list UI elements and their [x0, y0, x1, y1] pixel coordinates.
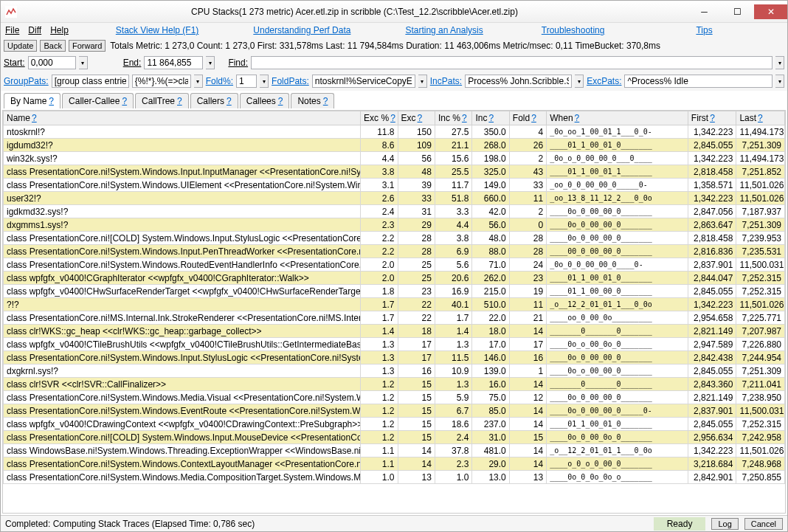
cell-incp[interactable]: 1.0 — [435, 471, 471, 484]
cell-exc[interactable]: 15 — [398, 391, 435, 404]
link-understanding-perf[interactable]: Understanding Perf Data — [253, 25, 350, 35]
cell-name[interactable]: igdkmd32.sys!? — [4, 205, 361, 218]
cell-when[interactable]: ____01_1_00_00_0_______ — [547, 285, 688, 298]
table-row[interactable]: class PresentationCore.ni!System.Windows… — [4, 165, 785, 179]
start-dropdown-icon[interactable]: ▾ — [79, 56, 88, 69]
cell-inc[interactable]: 325.0 — [472, 165, 509, 179]
cell-first[interactable]: 1,342.223 — [688, 298, 736, 311]
cell-incp[interactable]: 37.8 — [435, 444, 471, 457]
cell-excp[interactable]: 1.2 — [361, 418, 398, 431]
cell-exc[interactable]: 28 — [398, 232, 435, 245]
table-row[interactable]: class clr!SVR <<clr!SVR::CallFinalizer>>… — [4, 378, 785, 391]
cell-name[interactable]: class wpfgfx_v0400!CDrawingContext <<wpf… — [4, 418, 361, 431]
cell-inc[interactable]: 75.0 — [472, 391, 509, 404]
table-row[interactable]: win32k.sys!?4.45615.6198.02_0o_o_0_00_00… — [4, 152, 785, 165]
cell-fold[interactable]: 21 — [509, 311, 546, 325]
cell-last[interactable]: 7,187.937 — [736, 205, 785, 218]
cell-inc[interactable]: 22.0 — [472, 311, 509, 325]
cell-fold[interactable]: 43 — [509, 165, 546, 179]
cell-excp[interactable]: 2.4 — [361, 205, 398, 218]
cell-incp[interactable]: 1.4 — [435, 325, 471, 338]
cell-when[interactable]: ____0o_0_00_00_0_______ — [547, 232, 688, 245]
incpats-input[interactable] — [465, 75, 572, 88]
cell-incp[interactable]: 6.9 — [435, 245, 471, 258]
link-troubleshooting[interactable]: Troubleshooting — [542, 25, 605, 35]
cell-exc[interactable]: 150 — [398, 125, 435, 139]
table-row[interactable]: igdkmd32.sys!?2.4313.342.02____0o_0_00_0… — [4, 205, 785, 218]
cell-excp[interactable]: 2.2 — [361, 232, 398, 245]
cell-inc[interactable]: 16.0 — [472, 378, 509, 391]
cell-excp[interactable]: 3.1 — [361, 179, 398, 192]
col-header[interactable]: First? — [688, 111, 736, 125]
grouppats-label[interactable]: GroupPats: — [4, 76, 49, 86]
table-row[interactable]: class wpfgfx_v0400!CGraphIterator <<wpfg… — [4, 272, 785, 285]
tab-callers[interactable]: Callers? — [190, 93, 238, 108]
cell-inc[interactable]: 48.0 — [472, 232, 509, 245]
cell-incp[interactable]: 2.4 — [435, 431, 471, 444]
cell-last[interactable]: 11,501.026 — [736, 444, 785, 457]
cell-name[interactable]: class PresentationCore.ni!System.Windows… — [4, 351, 361, 365]
cell-first[interactable]: 2,863.647 — [688, 218, 736, 232]
cell-exc[interactable]: 15 — [398, 404, 435, 418]
cell-excp[interactable]: 8.6 — [361, 139, 398, 152]
cell-first[interactable]: 2,847.056 — [688, 205, 736, 218]
cell-name[interactable]: class PresentationCore.ni!System.Windows… — [4, 457, 361, 471]
minimize-button[interactable]: ─ — [688, 4, 721, 19]
table-row[interactable]: class wpfgfx_v0400!CDrawingContext <<wpf… — [4, 418, 785, 431]
tab-notes[interactable]: Notes? — [291, 93, 334, 108]
cell-when[interactable]: ____0o_o_00_00_0_______ — [547, 365, 688, 378]
cell-inc[interactable]: 262.0 — [472, 272, 509, 285]
cell-exc[interactable]: 22 — [398, 298, 435, 311]
cell-first[interactable]: 2,816.836 — [688, 245, 736, 258]
cell-last[interactable]: 7,235.531 — [736, 245, 785, 258]
table-row[interactable]: class WindowsBase.ni!System.Windows.Thre… — [4, 444, 785, 457]
cell-last[interactable]: 11,501.026 — [736, 298, 785, 311]
table-row[interactable]: class PresentationCore.ni!System.Windows… — [4, 245, 785, 258]
cell-first[interactable]: 2,956.634 — [688, 431, 736, 444]
find-input[interactable] — [251, 56, 773, 69]
cell-last[interactable]: 11,500.031 — [736, 404, 785, 418]
cell-last[interactable]: 11,501.026 — [736, 192, 785, 205]
cell-excp[interactable]: 1.2 — [361, 378, 398, 391]
cell-excp[interactable]: 1.1 — [361, 457, 398, 471]
cell-exc[interactable]: 17 — [398, 338, 435, 351]
cell-excp[interactable]: 1.7 — [361, 298, 398, 311]
cell-excp[interactable]: 2.2 — [361, 245, 398, 258]
cell-first[interactable]: 1,342.223 — [688, 444, 736, 457]
cell-when[interactable]: ____01_1_00_01_0_______ — [547, 139, 688, 152]
table-row[interactable]: class PresentationCore.ni!System.Windows… — [4, 471, 785, 484]
table-row[interactable]: class PresentationCore.ni![COLD] System.… — [4, 431, 785, 444]
foldpats-input[interactable] — [312, 75, 415, 88]
cell-exc[interactable]: 28 — [398, 245, 435, 258]
cell-name[interactable]: ntoskrnl!? — [4, 125, 361, 139]
table-row[interactable]: class wpfgfx_v0400!CHwSurfaceRenderTarge… — [4, 285, 785, 298]
cell-last[interactable]: 7,251.852 — [736, 165, 785, 179]
excpats-label[interactable]: ExcPats: — [587, 76, 621, 86]
cell-exc[interactable]: 48 — [398, 165, 435, 179]
col-header[interactable]: Exc %? — [361, 111, 398, 125]
cancel-button[interactable]: Cancel — [744, 518, 783, 530]
cell-name[interactable]: class PresentationCore.ni!System.Windows… — [4, 179, 361, 192]
table-row[interactable]: class PresentationCore.ni!System.Windows… — [4, 391, 785, 404]
cell-when[interactable]: ____oo_0_00_0o_________ — [547, 311, 688, 325]
cell-last[interactable]: 7,248.968 — [736, 457, 785, 471]
cell-when[interactable]: _oo_0_0_00_00_0_____0- — [547, 179, 688, 192]
cell-last[interactable]: 11,494.173 — [736, 152, 785, 165]
cell-name[interactable]: igdumd32!? — [4, 139, 361, 152]
cell-incp[interactable]: 6.7 — [435, 404, 471, 418]
cell-fold[interactable]: 14 — [509, 378, 546, 391]
end-dropdown-icon[interactable]: ▾ — [206, 56, 215, 69]
table-row[interactable]: class PresentationCore.ni!System.Windows… — [4, 258, 785, 272]
cell-inc[interactable]: 146.0 — [472, 351, 509, 365]
cell-incp[interactable]: 4.4 — [435, 218, 471, 232]
cell-when[interactable]: _o__12_2_01_01_1___0_0o — [547, 298, 688, 311]
cell-excp[interactable]: 1.3 — [361, 365, 398, 378]
cell-fold[interactable]: 28 — [509, 245, 546, 258]
cell-exc[interactable]: 14 — [398, 457, 435, 471]
cell-name[interactable]: class clr!WKS::gc_heap <<clr!WKS::gc_hea… — [4, 325, 361, 338]
back-button[interactable]: Back — [40, 40, 65, 52]
cell-first[interactable]: 2,845.055 — [688, 285, 736, 298]
cell-excp[interactable]: 1.7 — [361, 311, 398, 325]
cell-name[interactable]: class PresentationCore.ni!System.Windows… — [4, 258, 361, 272]
cell-incp[interactable]: 25.5 — [435, 165, 471, 179]
